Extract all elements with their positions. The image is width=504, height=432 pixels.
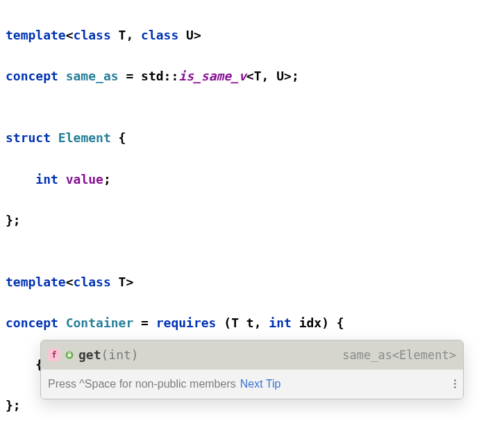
keyword-struct: struct bbox=[6, 130, 51, 145]
code-line: concept Container = requires (T t, int i… bbox=[6, 313, 498, 334]
code-line: struct Element { bbox=[6, 128, 498, 148]
code-line: template<class T> bbox=[6, 272, 498, 293]
more-icon[interactable] bbox=[454, 379, 456, 388]
completion-label: get(int) bbox=[78, 345, 139, 365]
code-line: int value; bbox=[6, 169, 498, 190]
code-line: }; bbox=[6, 210, 498, 231]
completion-item[interactable]: f get(int) same_as<Element> bbox=[41, 340, 463, 370]
keyword-class: class bbox=[74, 275, 111, 289]
completion-hint: Press ^Space for non-public members bbox=[48, 375, 236, 393]
completion-return-type: same_as<Element> bbox=[342, 345, 456, 365]
keyword-int: int bbox=[269, 316, 292, 330]
next-tip-link[interactable]: Next Tip bbox=[240, 375, 281, 393]
code-line: template<class T, class U> bbox=[6, 25, 498, 46]
visibility-icon bbox=[65, 350, 74, 360]
concept-name: Container bbox=[58, 316, 141, 330]
keyword-template: template bbox=[6, 28, 66, 42]
keyword-requires: requires bbox=[149, 316, 224, 330]
keyword-concept: concept bbox=[6, 316, 58, 330]
keyword-class: class bbox=[74, 28, 111, 42]
completion-popup: f get(int) same_as<Element> Press ^Space… bbox=[40, 340, 464, 399]
keyword-concept: concept bbox=[6, 69, 58, 83]
keyword-class: class bbox=[141, 28, 178, 42]
trait-name: is_same_v bbox=[178, 69, 246, 83]
struct-name: Element bbox=[51, 130, 119, 145]
concept-name: same_as bbox=[58, 69, 126, 83]
keyword-int: int bbox=[35, 172, 58, 187]
function-icon: f bbox=[48, 349, 60, 361]
keyword-template: template bbox=[6, 275, 66, 289]
completion-footer: Press ^Space for non-public members Next… bbox=[41, 370, 463, 399]
code-line: concept same_as = std::is_same_v<T, U>; bbox=[6, 66, 498, 87]
member-name: value bbox=[58, 172, 103, 187]
svg-rect-1 bbox=[68, 354, 72, 356]
